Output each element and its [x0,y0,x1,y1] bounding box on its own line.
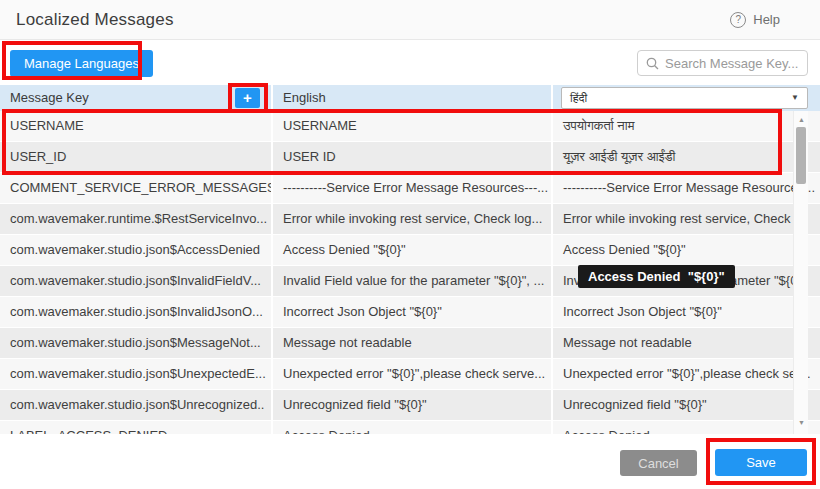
help-icon: ? [730,12,746,28]
table-row[interactable]: COMMENT_SERVICE_ERROR_MESSAGES----------… [0,173,820,204]
hindi-cell: ----------Service Error Message Resource… [553,173,820,203]
message-key-cell: com.wavemaker.studio.json$Unrecognized.. [0,390,273,420]
hindi-cell: Incorrect Json Object "${0}" [553,297,820,327]
table-row[interactable]: com.wavemaker.studio.json$Unrecognized..… [0,390,820,421]
english-cell: Error while invoking rest service, Check… [273,204,553,234]
table-row[interactable]: com.wavemaker.studio.json$InvalidJsonO..… [0,297,820,328]
table-header: Message Key English हिंदी ▼ [0,85,820,111]
scroll-down-icon[interactable]: ▼ [794,416,809,430]
scrollbar-thumb[interactable] [796,127,806,184]
hindi-cell: Error while invoking rest service, Check… [553,204,820,234]
message-key-cell: com.wavemaker.studio.json$InvalidJsonO..… [0,297,273,327]
message-key-cell: USER_ID [0,142,273,172]
english-cell: Access Denied [273,421,553,434]
column-header-english: English [273,85,553,111]
message-key-cell: COMMENT_SERVICE_ERROR_MESSAGES [0,173,273,203]
hindi-cell: Unexpected error "${0}",please check ser… [553,359,820,389]
table-row[interactable]: com.wavemaker.runtime.$RestServiceInvo..… [0,204,820,235]
column-header-language: हिंदी ▼ [553,85,820,111]
manage-languages-button[interactable]: Manage Languages [10,50,153,77]
language-select[interactable]: हिंदी ▼ [561,87,808,109]
message-key-cell: com.wavemaker.studio.json$UnexpectedE... [0,359,273,389]
hindi-cell: उपयोगकर्ता नाम [553,111,820,141]
cancel-button[interactable]: Cancel [620,450,697,476]
title-bar: Localized Messages ? Help [0,0,820,40]
english-cell: Invalid Field value for the parameter "$… [273,266,553,296]
localized-messages-dialog: Localized Messages ? Help Manage Languag… [0,0,820,489]
english-cell: USER ID [273,142,553,172]
english-cell: Unexpected error "${0}",please check ser… [273,359,553,389]
english-cell: USERNAME [273,111,553,141]
english-cell: Unrecognized field "${0}" [273,390,553,420]
table-row[interactable]: com.wavemaker.studio.json$UnexpectedE...… [0,359,820,390]
tooltip: Access Denied "${0}" [578,265,735,288]
column-header-message-key: Message Key [0,85,273,111]
english-cell: Access Denied "${0}" [273,235,553,265]
english-cell: Incorrect Json Object "${0}" [273,297,553,327]
message-key-cell: com.wavemaker.runtime.$RestServiceInvo..… [0,204,273,234]
language-selected-value: हिंदी [570,85,587,111]
search-input[interactable] [665,56,799,71]
hindi-cell: Access Denied [553,421,820,434]
table-row[interactable]: com.wavemaker.studio.json$MessageNot...M… [0,328,820,359]
message-key-cell: USERNAME [0,111,273,141]
save-button[interactable]: Save [715,449,807,476]
hindi-cell: Unrecognized field "${0}" [553,390,820,420]
message-key-cell: com.wavemaker.studio.json$InvalidFieldV.… [0,266,273,296]
add-message-key-button[interactable]: + [235,88,260,108]
table-row[interactable]: com.wavemaker.studio.json$AccessDeniedAc… [0,235,820,266]
table-row[interactable]: USER_IDUSER IDयूज़र आईडी यूज़र आईंडी [0,142,820,173]
hindi-cell: यूज़र आईडी यूज़र आईंडी [553,142,820,172]
message-key-cell: com.wavemaker.studio.json$AccessDenied [0,235,273,265]
vertical-scrollbar[interactable]: ▲ ▼ [793,111,808,434]
table-row[interactable]: LABEL_ACCESS_DENIEDAccess DeniedAccess D… [0,421,820,434]
table-row[interactable]: USERNAMEUSERNAMEउपयोगकर्ता नाम [0,111,820,142]
hindi-cell: Message not readable [553,328,820,358]
search-icon [646,57,659,70]
message-key-cell: LABEL_ACCESS_DENIED [0,421,273,434]
message-key-cell: com.wavemaker.studio.json$MessageNot... [0,328,273,358]
search-box[interactable] [637,50,808,76]
page-title: Localized Messages [16,10,174,30]
help-button[interactable]: ? Help [730,12,780,28]
english-cell: ----------Service Error Message Resource… [273,173,553,203]
chevron-down-icon: ▼ [791,85,799,111]
hindi-cell: Access Denied "${0}" [553,235,820,265]
help-label: Help [753,12,780,27]
english-cell: Message not readable [273,328,553,358]
scroll-up-icon[interactable]: ▲ [794,113,809,127]
